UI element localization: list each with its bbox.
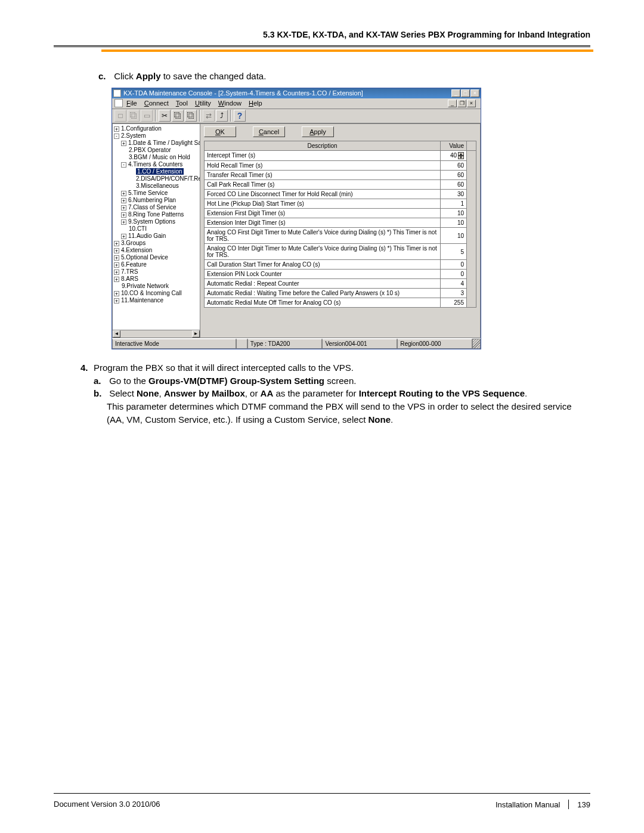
- param-value[interactable]: 60: [441, 161, 467, 171]
- tree-node[interactable]: +6.Feature: [114, 261, 199, 268]
- expand-icon[interactable]: +: [114, 126, 119, 132]
- mdi-restore-button[interactable]: ❐: [457, 100, 466, 107]
- toolbar-open-icon[interactable]: ⿻: [128, 110, 140, 122]
- tree-node[interactable]: +5.Time Service: [114, 190, 199, 197]
- tree-node[interactable]: 3.BGM / Music on Hold: [114, 154, 199, 161]
- menu-tool[interactable]: Tool: [176, 100, 188, 107]
- expand-icon[interactable]: +: [114, 298, 119, 304]
- menu-window[interactable]: Window: [218, 100, 242, 107]
- table-row[interactable]: Extension Inter Digit Timer (s)10: [205, 218, 476, 228]
- table-row[interactable]: Call Duration Start Timer for Analog CO …: [205, 260, 476, 270]
- tree-node[interactable]: 1.CO / Extension: [114, 168, 199, 175]
- menu-connect[interactable]: Connect: [144, 100, 169, 107]
- toolbar-undo-icon[interactable]: ⇄: [203, 110, 215, 122]
- expand-icon[interactable]: +: [121, 141, 126, 146]
- mdi-minimize-button[interactable]: _: [448, 100, 457, 107]
- tree-node[interactable]: -4.Timers & Counters: [114, 161, 199, 168]
- table-row[interactable]: Transfer Recall Timer (s)60: [205, 171, 476, 180]
- table-row[interactable]: Hold Recall Timer (s)60: [205, 161, 476, 171]
- expand-icon[interactable]: -: [114, 134, 119, 139]
- nav-tree[interactable]: +1.Configuration-2.System+1.Date & Time …: [112, 123, 200, 338]
- expand-icon[interactable]: -: [121, 162, 126, 168]
- toolbar-cut-icon[interactable]: ✂: [159, 110, 171, 122]
- tree-node[interactable]: +7.Class of Service: [114, 204, 199, 211]
- expand-icon[interactable]: +: [121, 212, 126, 218]
- table-row[interactable]: Extension First Digit Timer (s)10: [205, 209, 476, 218]
- param-value[interactable]: 255: [441, 298, 467, 308]
- param-value[interactable]: 60: [441, 171, 467, 180]
- expand-icon[interactable]: +: [114, 255, 119, 261]
- scroll-right-icon[interactable]: ►: [192, 330, 200, 337]
- resize-grip-icon[interactable]: [472, 339, 481, 349]
- expand-icon[interactable]: +: [114, 262, 119, 268]
- minimize-button[interactable]: _: [451, 89, 460, 97]
- param-value[interactable]: 4: [441, 279, 467, 289]
- menu-file[interactable]: File: [126, 100, 137, 107]
- tree-node[interactable]: 3.Miscellaneous: [114, 182, 199, 190]
- tree-node[interactable]: +8.ARS: [114, 275, 199, 283]
- tree-node[interactable]: +7.TRS: [114, 268, 199, 275]
- param-value[interactable]: 10: [441, 228, 467, 244]
- apply-button[interactable]: Apply: [302, 126, 334, 137]
- table-row[interactable]: Analog CO Inter Digit Timer to Mute Call…: [205, 244, 476, 260]
- param-value[interactable]: 0: [441, 260, 467, 270]
- param-value[interactable]: 10: [441, 209, 467, 218]
- tree-node[interactable]: +8.Ring Tone Patterns: [114, 211, 199, 218]
- tree-node[interactable]: 2.PBX Operator: [114, 147, 199, 154]
- menu-help[interactable]: Help: [249, 100, 262, 107]
- param-value[interactable]: 0: [441, 270, 467, 279]
- tree-node[interactable]: -2.System: [114, 132, 199, 140]
- cancel-button[interactable]: Cancel: [253, 126, 285, 137]
- tree-node[interactable]: 9.Private Network: [114, 283, 199, 290]
- menu-utility[interactable]: Utility: [195, 100, 211, 107]
- tree-node[interactable]: 10.CTI: [114, 225, 199, 233]
- tree-node[interactable]: +3.Groups: [114, 240, 199, 247]
- toolbar-help-icon[interactable]: ?: [234, 110, 246, 122]
- param-value[interactable]: 60: [441, 180, 467, 190]
- spin-control[interactable]: ▲▼: [458, 152, 464, 159]
- tree-node[interactable]: +11.Audio Gain: [114, 233, 199, 240]
- table-row[interactable]: Hot Line (Pickup Dial) Start Timer (s)1: [205, 199, 476, 209]
- scroll-left-icon[interactable]: ◄: [113, 330, 120, 337]
- expand-icon[interactable]: +: [114, 248, 119, 253]
- tree-node[interactable]: 2.DISA/DPH/CONF/T.Rem: [114, 175, 199, 182]
- expand-icon[interactable]: +: [121, 234, 126, 239]
- table-row[interactable]: Analog CO First Digit Timer to Mute Call…: [205, 228, 476, 244]
- expand-icon[interactable]: +: [121, 198, 126, 203]
- tree-node[interactable]: +9.System Options: [114, 218, 199, 225]
- toolbar-refresh-icon[interactable]: ⤴: [216, 110, 228, 122]
- param-value[interactable]: 40▲▼: [441, 150, 467, 160]
- mdi-close-button[interactable]: ×: [467, 100, 476, 107]
- toolbar-new-icon[interactable]: □: [114, 110, 126, 122]
- expand-icon[interactable]: +: [121, 219, 126, 225]
- maximize-button[interactable]: □: [461, 89, 470, 97]
- tree-node[interactable]: +11.Maintenance: [114, 297, 199, 304]
- ok-button[interactable]: OK: [204, 126, 236, 137]
- table-row[interactable]: Automatic Redial : Repeat Counter4: [205, 279, 476, 289]
- toolbar-copy-icon[interactable]: ⿻: [172, 110, 184, 122]
- tree-node[interactable]: +1.Configuration: [114, 125, 199, 132]
- toolbar-paste-icon[interactable]: ⿻: [185, 110, 197, 122]
- close-button[interactable]: ×: [470, 89, 479, 97]
- param-value[interactable]: 1: [441, 199, 467, 209]
- expand-icon[interactable]: +: [121, 205, 126, 210]
- expand-icon[interactable]: +: [114, 277, 119, 282]
- table-row[interactable]: Call Park Recall Timer (s)60: [205, 180, 476, 190]
- tree-node[interactable]: +1.Date & Time / Daylight Savin: [114, 140, 199, 147]
- expand-icon[interactable]: +: [114, 270, 119, 275]
- table-row[interactable]: Forced CO Line Disconnect Timer for Hold…: [205, 190, 476, 199]
- tree-node[interactable]: +5.Optional Device: [114, 254, 199, 261]
- tree-node[interactable]: +4.Extension: [114, 247, 199, 254]
- param-value[interactable]: 5: [441, 244, 467, 260]
- tree-node[interactable]: +6.Numbering Plan: [114, 197, 199, 204]
- expand-icon[interactable]: +: [114, 241, 119, 246]
- param-value[interactable]: 3: [441, 289, 467, 298]
- table-row[interactable]: Intercept Timer (s)40▲▼: [205, 150, 476, 160]
- table-row[interactable]: Automatic Redial : Waiting Time before t…: [205, 289, 476, 298]
- expand-icon[interactable]: +: [121, 191, 126, 196]
- expand-icon[interactable]: +: [114, 291, 119, 296]
- param-value[interactable]: 30: [441, 190, 467, 199]
- tree-node[interactable]: +10.CO & Incoming Call: [114, 290, 199, 297]
- toolbar-save-icon[interactable]: ▭: [141, 110, 153, 122]
- table-row[interactable]: Automatic Redial Mute Off Timer for Anal…: [205, 298, 476, 308]
